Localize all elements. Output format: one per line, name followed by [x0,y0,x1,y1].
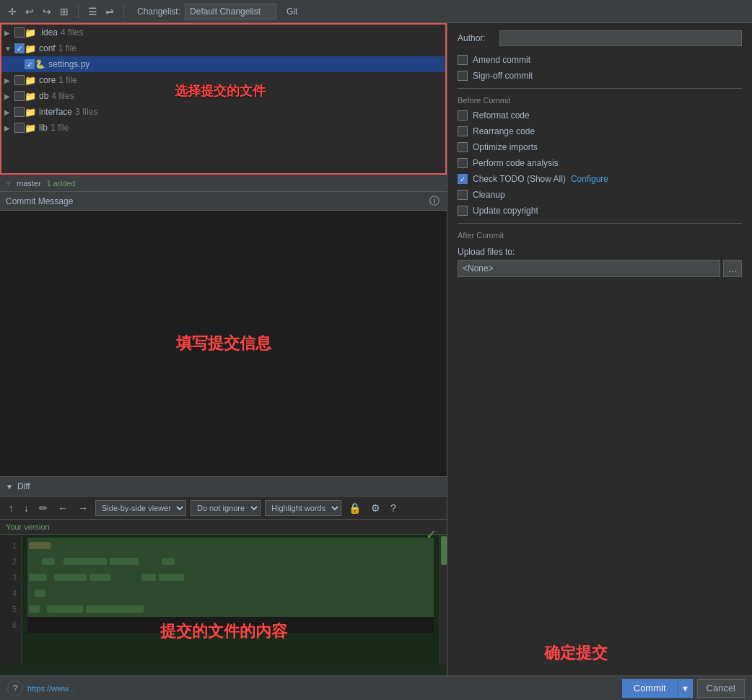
expand-arrow-interface[interactable]: ▶ [4,108,14,116]
main-toolbar: ✛ ↩ ↪ ⊞ ☰ ⇌ Changelist: Default Changeli… [0,0,752,23]
tree-item-conf[interactable]: ▼ ✓ 📁 conf 1 file [1,40,445,56]
author-label: Author: [458,33,494,43]
code-block-3e [159,574,184,581]
upload-more-btn[interactable]: … [723,260,742,277]
checkbox-interface[interactable] [14,107,25,117]
expand-arrow-idea[interactable]: ▶ [4,29,14,37]
line-num-4: 4 [4,585,17,601]
diff-next-btn[interactable]: → [75,501,91,515]
diff-line-3 [27,569,434,585]
diff-up-btn[interactable]: ↑ [6,501,17,515]
configure-link[interactable]: Configure [571,174,608,184]
expand-arrow-core[interactable]: ▶ [4,76,14,84]
rearrange-checkbox[interactable] [458,126,468,136]
commit-message-input[interactable] [0,211,447,476]
list-icon[interactable]: ☰ [86,5,99,18]
diff-collapse-arrow[interactable]: ▼ [6,483,13,491]
tree-item-lib[interactable]: ▶ 📁 lib 1 file [1,120,445,136]
cleanup-checkbox[interactable] [458,190,468,200]
line-num-2: 2 [4,554,17,569]
added-badge: 1 added [47,179,76,188]
expand-arrow-lib[interactable]: ▶ [4,124,14,132]
ignore-select[interactable]: Do not ignore [191,500,261,516]
branch-icon: ⑂ [6,179,11,188]
commit-msg-info-icon[interactable]: ⓘ [428,195,441,208]
diff-icon[interactable]: ⇌ [103,5,116,18]
highlight-select[interactable]: Highlight words [265,500,341,516]
commit-btn-group: Commit ▼ [622,679,693,698]
status-bar: ⑂ master 1 added [0,175,447,192]
diff-edit-btn[interactable]: ✏ [36,501,51,515]
checkbox-db[interactable] [14,91,25,101]
branch-name: master [17,179,41,188]
checkbox-lib[interactable] [14,123,25,133]
checkbox-conf[interactable]: ✓ [14,43,25,53]
signoff-checkbox[interactable] [458,71,468,81]
update-copyright-checkbox[interactable] [458,206,468,216]
tree-item-core[interactable]: ▶ 📁 core 1 file [1,72,445,88]
help-button[interactable]: ? [7,681,23,696]
line-num-1: 1 [4,538,17,554]
lock-icon[interactable]: 🔒 [346,501,364,515]
rearrange-label: Rearrange code [473,126,535,136]
tree-label-settings: settings.py [48,59,89,69]
diff-line-4 [27,585,434,601]
amend-checkbox[interactable] [458,55,468,65]
code-block-2a [42,558,55,565]
checkbox-idea[interactable] [14,27,25,38]
checkbox-settings[interactable]: ✓ [25,59,35,69]
checktodo-checkbox[interactable]: ✓ [458,174,468,184]
diff-your-version: Your version [0,520,447,535]
checktodo-row[interactable]: ✓ Check TODO (Show All) Configure [458,174,742,184]
tree-item-settings[interactable]: ✓ 🐍 settings.py [1,56,445,72]
commit-dropdown-button[interactable]: ▼ [678,679,693,698]
diff-line-2 [27,554,434,569]
diff-prev-btn[interactable]: ← [55,501,71,515]
tree-label-core: core [39,75,56,85]
tree-label-db: db [39,91,48,101]
checkbox-core[interactable] [14,75,25,85]
optimize-checkbox[interactable] [458,142,468,152]
diff-line-6 [27,617,434,633]
grid-icon[interactable]: ⊞ [58,5,71,18]
update-copyright-row[interactable]: Update copyright [458,206,742,216]
expand-arrow-conf[interactable]: ▼ [4,45,14,53]
diff-header[interactable]: ▼ Diff [0,476,447,496]
perform-checkbox[interactable] [458,158,468,168]
settings-icon[interactable]: ⚙ [368,501,383,515]
diff-down-btn[interactable]: ↓ [21,501,32,515]
tree-item-idea[interactable]: ▶ 📁 .idea 4 files [1,25,445,40]
reformat-row[interactable]: Reformat code [458,110,742,121]
diff-label: Diff [17,481,30,491]
author-input[interactable] [499,30,742,46]
expand-arrow-db[interactable]: ▶ [4,92,14,100]
help-diff-btn[interactable]: ? [388,501,399,515]
diff-scrollbar[interactable] [440,535,447,665]
add-icon[interactable]: ✛ [6,5,19,18]
cancel-button[interactable]: Cancel [697,679,745,698]
amend-commit-row[interactable]: Amend commit [458,55,742,65]
diff-lines-container: 1 2 3 4 5 6 [0,535,447,665]
diff-line-1 [27,538,434,554]
tree-item-db[interactable]: ▶ 📁 db 4 files [1,88,445,104]
undo-icon[interactable]: ↩ [23,5,36,18]
main-container: ▶ 📁 .idea 4 files ▼ ✓ 📁 conf 1 file ✓ 🐍 … [0,23,752,700]
cleanup-row[interactable]: Cleanup [458,190,742,200]
divider-2 [458,223,742,224]
upload-select[interactable]: <None> [458,260,720,277]
tree-item-interface[interactable]: ▶ 📁 interface 3 files [1,104,445,120]
left-panel: ▶ 📁 .idea 4 files ▼ ✓ 📁 conf 1 file ✓ 🐍 … [0,23,447,700]
redo-icon[interactable]: ↪ [40,5,53,18]
tree-count-interface: 3 files [75,107,97,117]
viewer-select[interactable]: Side-by-side viewer [95,500,186,516]
optimize-row[interactable]: Optimize imports [458,142,742,152]
changelist-select[interactable]: Default Changelist [185,4,276,19]
rearrange-row[interactable]: Rearrange code [458,126,742,136]
reformat-checkbox[interactable] [458,110,468,121]
diff-toolbar: ↑ ↓ ✏ ← → Side-by-side viewer Do not ign… [0,496,447,520]
commit-button[interactable]: Commit [622,679,678,698]
perform-row[interactable]: Perform code analysis [458,158,742,168]
diff-scrollbar-thumb[interactable] [441,536,447,565]
commit-message-section: Commit Message ⓘ 填写提交信息 [0,192,447,476]
signoff-commit-row[interactable]: Sign-off commit [458,71,742,81]
